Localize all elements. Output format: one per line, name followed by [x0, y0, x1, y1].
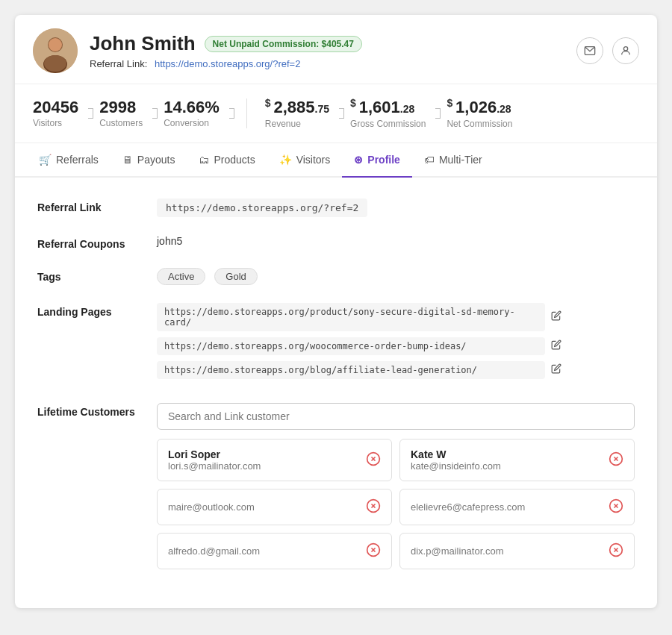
- landing-pages-label: Landing Pages: [37, 303, 157, 318]
- referrals-icon: 🛒: [39, 154, 52, 166]
- tab-referrals-label: Referrals: [56, 154, 99, 166]
- stat-visitors: 20456 Visitors: [33, 98, 93, 128]
- edit-landing-page-0[interactable]: [551, 310, 561, 323]
- remove-icon: [366, 498, 381, 513]
- landing-page-link-2: https://demo.storeapps.org/blog/affiliat…: [157, 361, 545, 379]
- remove-customer-4[interactable]: [366, 542, 381, 560]
- tab-products-label: Products: [214, 154, 255, 166]
- referral-link-row-field: Referral Link https://demo.storeapps.org…: [37, 198, 635, 217]
- remove-icon: [366, 542, 381, 557]
- customer-email-4: alfredo.d@gmail.com: [168, 545, 260, 557]
- customer-email-1: kate@insideinfo.com: [411, 460, 501, 472]
- customer-search-input[interactable]: [157, 403, 635, 430]
- stat-conversion: 14.66% Conversion: [158, 98, 234, 128]
- customer-info-0: Lori Soper lori.s@mailinator.com: [168, 448, 261, 472]
- customer-info-1: Kate W kate@insideinfo.com: [411, 448, 501, 472]
- conversion-label: Conversion: [164, 118, 220, 128]
- customer-card-2: maire@outlook.com: [157, 489, 392, 525]
- tab-visitors[interactable]: ✨ Visitors: [267, 143, 343, 178]
- tab-payouts[interactable]: 🖥 Payouts: [111, 143, 187, 178]
- customers-grid: Lori Soper lori.s@mailinator.com: [157, 439, 635, 569]
- remove-icon: [609, 498, 623, 513]
- referral-link-row: Referral Link: https://demo.storeapps.or…: [90, 58, 576, 69]
- landing-pages-row: Landing Pages https://demo.storeapps.org…: [37, 303, 635, 385]
- main-card: John Smith Net Unpaid Commission: $405.4…: [15, 15, 657, 608]
- customer-card-3: elelievre6@cafepress.com: [399, 489, 635, 525]
- customer-email-2: maire@outlook.com: [168, 501, 255, 513]
- referral-link-label: Referral Link:: [90, 58, 147, 69]
- edit-icon: [551, 363, 561, 374]
- remove-customer-3[interactable]: [609, 498, 623, 516]
- stat-net-commission: $ 1,026.28 Net Commission: [441, 98, 527, 129]
- stats-bar: 20456 Visitors 2998 Customers 14.66% Con…: [15, 84, 657, 143]
- tab-referrals[interactable]: 🛒 Referrals: [27, 143, 111, 178]
- customer-card-5: dix.p@mailinator.com: [399, 533, 635, 569]
- edit-landing-page-1[interactable]: [551, 340, 561, 352]
- edit-landing-page-2[interactable]: [551, 363, 561, 376]
- stat-customers: 2998 Customers: [93, 98, 158, 128]
- email-icon: [584, 45, 596, 57]
- customer-card-4: alfredo.d@gmail.com: [157, 533, 392, 569]
- remove-customer-1[interactable]: [609, 451, 623, 469]
- customer-card-0: Lori Soper lori.s@mailinator.com: [157, 439, 392, 481]
- svg-point-3: [49, 38, 62, 51]
- gross-commission-value: $ 1,601.28: [350, 98, 426, 117]
- customers-value: 2998: [99, 98, 143, 116]
- tags-value: Active Gold: [157, 268, 635, 285]
- net-commission-value: $ 1,026.28: [447, 98, 512, 117]
- landing-page-item-1: https://demo.storeapps.org/woocommerce-o…: [157, 337, 635, 355]
- landing-page-item-2: https://demo.storeapps.org/blog/affiliat…: [157, 361, 635, 379]
- customers-label: Customers: [99, 118, 143, 128]
- customer-email-0: lori.s@mailinator.com: [168, 460, 261, 472]
- commission-badge: Net Unpaid Commission: $405.47: [205, 36, 362, 52]
- referral-link-field-value: https://demo.storeapps.org/?ref=2: [157, 198, 635, 217]
- referral-coupons-label: Referral Coupons: [37, 235, 157, 250]
- revenue-value: $ 2,885.75: [265, 98, 329, 117]
- referral-link-value: https://demo.storeapps.org/?ref=2: [155, 58, 300, 69]
- multi-tier-icon: 🏷: [424, 154, 435, 166]
- customer-card-1: Kate W kate@insideinfo.com: [399, 439, 635, 481]
- remove-customer-0[interactable]: [366, 451, 381, 469]
- gross-commission-label: Gross Commission: [350, 119, 426, 129]
- remove-customer-2[interactable]: [366, 498, 381, 516]
- tabs-nav: 🛒 Referrals 🖥 Payouts 🗂 Products ✨ Visit…: [15, 143, 657, 178]
- visitors-icon: ✨: [279, 154, 292, 166]
- avatar: [33, 28, 78, 73]
- customer-email-3: elelievre6@cafepress.com: [411, 501, 525, 513]
- customer-name-0: Lori Soper: [168, 448, 261, 460]
- remove-icon: [366, 451, 381, 466]
- email-button[interactable]: [576, 37, 603, 64]
- tab-payouts-label: Payouts: [137, 154, 175, 166]
- header-section: John Smith Net Unpaid Commission: $405.4…: [15, 15, 657, 84]
- referral-coupons-row: Referral Coupons john5: [37, 235, 635, 250]
- tab-multi-tier[interactable]: 🏷 Multi-Tier: [412, 143, 494, 178]
- customer-name-1: Kate W: [411, 448, 501, 460]
- customer-info-5: dix.p@mailinator.com: [411, 545, 503, 557]
- remove-customer-5[interactable]: [609, 542, 623, 560]
- profile-icon: ⊛: [354, 154, 363, 166]
- user-button[interactable]: [612, 37, 639, 64]
- customer-info-4: alfredo.d@gmail.com: [168, 545, 260, 557]
- tab-products[interactable]: 🗂 Products: [187, 143, 267, 178]
- remove-icon: [609, 451, 623, 466]
- conversion-value: 14.66%: [164, 98, 220, 116]
- lifetime-customers-row: Lifetime Customers Lori Soper lori.s@mai…: [37, 403, 635, 569]
- customer-info-3: elelievre6@cafepress.com: [411, 501, 525, 513]
- landing-page-link-0: https://demo.storeapps.org/product/sony-…: [157, 303, 545, 331]
- landing-page-item-0: https://demo.storeapps.org/product/sony-…: [157, 303, 635, 331]
- name-row: John Smith Net Unpaid Commission: $405.4…: [90, 32, 576, 55]
- lifetime-customers-value: Lori Soper lori.s@mailinator.com: [157, 403, 635, 569]
- tab-profile[interactable]: ⊛ Profile: [342, 143, 412, 178]
- svg-point-4: [44, 55, 66, 72]
- affiliate-name: John Smith: [90, 32, 196, 55]
- referral-coupons-value: john5: [157, 235, 635, 247]
- tab-visitors-label: Visitors: [296, 154, 331, 166]
- svg-point-6: [623, 47, 627, 51]
- landing-pages-value: https://demo.storeapps.org/product/sony-…: [157, 303, 635, 385]
- edit-icon: [551, 310, 561, 321]
- customer-info-2: maire@outlook.com: [168, 501, 255, 513]
- payouts-icon: 🖥: [122, 154, 133, 166]
- tag-active: Active: [157, 268, 205, 285]
- stat-gross-commission: $ 1,601.28 Gross Commission: [344, 98, 441, 129]
- landing-page-link-1: https://demo.storeapps.org/woocommerce-o…: [157, 337, 545, 355]
